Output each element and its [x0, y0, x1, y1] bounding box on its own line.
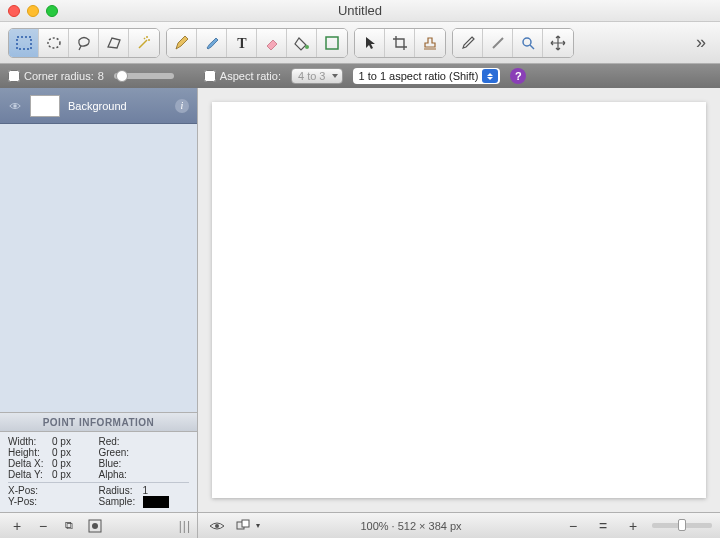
text-tool[interactable]: T [227, 29, 257, 57]
canvas[interactable] [212, 102, 706, 498]
point-info-header: POINT INFORMATION [0, 412, 197, 432]
aspect-ratio-label: Aspect ratio: [220, 70, 281, 82]
dropdown-arrows-icon [482, 69, 498, 83]
util-tools-group [452, 28, 574, 58]
svg-point-3 [305, 45, 309, 49]
help-button[interactable]: ? [510, 68, 526, 84]
bottom-bar: + − ⧉ ||| ▾ 100% · 512 × 384 px − = + [0, 512, 720, 538]
layers-footer: + − ⧉ ||| [0, 512, 198, 538]
crop-tool[interactable] [385, 29, 415, 57]
layer-info-button[interactable]: i [175, 99, 189, 113]
layers-sidebar: Background i POINT INFORMATION Width:0 p… [0, 88, 198, 512]
zoom-tool[interactable] [513, 29, 543, 57]
transform-tools-group [354, 28, 446, 58]
corner-radius-slider[interactable] [114, 73, 174, 79]
pi-radius-value: 1 [143, 485, 149, 496]
status-text: 100% · 512 × 384 px [268, 520, 554, 532]
eraser-tool[interactable] [257, 29, 287, 57]
aspect-shift-label: 1 to 1 aspect ratio (Shift) [359, 70, 479, 82]
remove-layer-button[interactable]: − [32, 517, 54, 535]
pi-xpos-value [52, 485, 82, 496]
layer-visibility-icon[interactable] [8, 99, 22, 113]
add-layer-button[interactable]: + [6, 517, 28, 535]
zoom-out-button[interactable]: − [562, 517, 584, 535]
brush-tool[interactable] [197, 29, 227, 57]
pi-height-label: Height: [8, 447, 52, 458]
zoom-in-button[interactable]: + [622, 517, 644, 535]
svg-rect-11 [242, 520, 249, 527]
pi-alpha-label: Alpha: [99, 469, 143, 480]
pi-dx-label: Delta X: [8, 458, 52, 469]
lasso-select-tool[interactable] [69, 29, 99, 57]
rect-select-tool[interactable] [9, 29, 39, 57]
zoom-fit-button[interactable]: = [592, 517, 614, 535]
window-title: Untitled [0, 3, 720, 18]
corner-radius-label: Corner radius: [24, 70, 94, 82]
stamp-tool[interactable] [415, 29, 445, 57]
pi-green-label: Green: [99, 447, 143, 458]
pi-sample-label: Sample: [99, 496, 143, 508]
aspect-ratio-select[interactable]: 4 to 3 [291, 68, 343, 84]
pi-ypos-value [52, 496, 82, 508]
pencil-tool[interactable] [167, 29, 197, 57]
preview-button[interactable] [206, 517, 228, 535]
move-tool[interactable] [543, 29, 573, 57]
canvas-area [198, 88, 720, 512]
fill-tool[interactable] [287, 29, 317, 57]
duplicate-layer-button[interactable]: ⧉ [58, 517, 80, 535]
eyedropper-tool[interactable] [453, 29, 483, 57]
svg-rect-4 [326, 37, 338, 49]
heal-tool[interactable] [483, 29, 513, 57]
pi-dx-value: 0 px [52, 458, 82, 469]
layer-thumbnail [30, 95, 60, 117]
layer-mask-button[interactable] [84, 517, 106, 535]
svg-rect-0 [17, 37, 31, 49]
pi-ypos-label: Y-Pos: [8, 496, 52, 508]
aspect-shift-select[interactable]: 1 to 1 aspect ratio (Shift) [353, 68, 501, 84]
corner-radius-option: Corner radius: 8 [8, 70, 104, 82]
layers-empty-area [0, 124, 197, 412]
shape-tool[interactable] [317, 29, 347, 57]
corner-radius-checkbox[interactable] [8, 70, 20, 82]
pointer-tool[interactable] [355, 29, 385, 57]
layer-row[interactable]: Background i [0, 88, 197, 124]
pi-radius-label: Radius: [99, 485, 143, 496]
corner-radius-value: 8 [98, 70, 104, 82]
tool-options-bar: Corner radius: 8 Aspect ratio: 4 to 3 1 … [0, 64, 720, 88]
svg-point-6 [13, 104, 17, 108]
pi-height-value: 0 px [52, 447, 82, 458]
sidebar-resize-grip[interactable]: ||| [179, 519, 191, 533]
toolbar-overflow-button[interactable]: » [690, 32, 712, 53]
status-bar: ▾ 100% · 512 × 384 px − = + [198, 512, 720, 538]
pi-sample-swatch [143, 496, 169, 508]
close-window-button[interactable] [8, 5, 20, 17]
svg-text:T: T [237, 36, 247, 51]
pi-width-label: Width: [8, 436, 52, 447]
svg-point-5 [523, 38, 531, 46]
point-info-panel: Width:0 px Red: Height:0 px Green: Delta… [0, 432, 197, 512]
zoom-window-button[interactable] [46, 5, 58, 17]
wand-select-tool[interactable] [129, 29, 159, 57]
arrange-button[interactable]: ▾ [236, 517, 260, 535]
window-controls [8, 5, 58, 17]
aspect-ratio-option: Aspect ratio: [204, 70, 281, 82]
pi-blue-label: Blue: [99, 458, 143, 469]
main-area: Background i POINT INFORMATION Width:0 p… [0, 88, 720, 512]
aspect-ratio-checkbox[interactable] [204, 70, 216, 82]
pi-dy-label: Delta Y: [8, 469, 52, 480]
pi-red-label: Red: [99, 436, 143, 447]
pi-dy-value: 0 px [52, 469, 82, 480]
svg-point-9 [215, 524, 219, 528]
zoom-slider[interactable] [652, 523, 712, 528]
poly-select-tool[interactable] [99, 29, 129, 57]
main-toolbar: T » [0, 22, 720, 64]
pi-xpos-label: X-Pos: [8, 485, 52, 496]
selection-tools-group [8, 28, 160, 58]
ellipse-select-tool[interactable] [39, 29, 69, 57]
draw-tools-group: T [166, 28, 348, 58]
pi-width-value: 0 px [52, 436, 82, 447]
layer-name: Background [68, 100, 127, 112]
minimize-window-button[interactable] [27, 5, 39, 17]
svg-point-8 [92, 523, 98, 529]
titlebar: Untitled [0, 0, 720, 22]
